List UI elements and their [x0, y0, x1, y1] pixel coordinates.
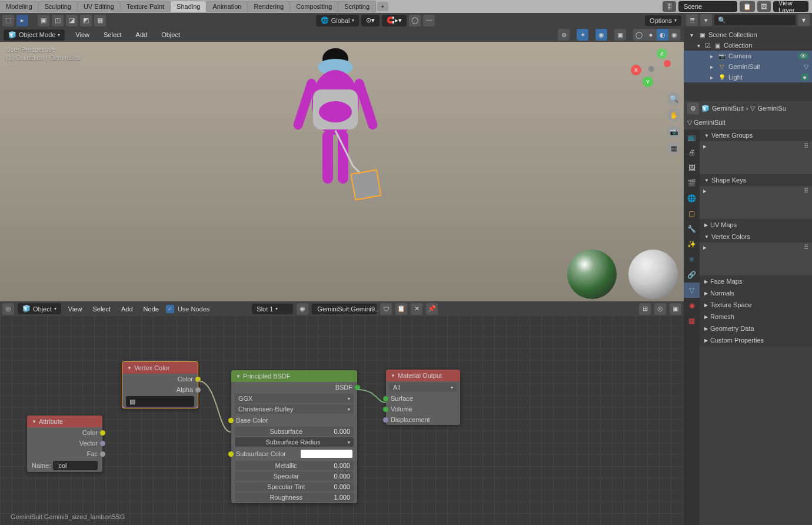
xray-button[interactable]: ▣: [614, 29, 626, 41]
cursor-tool-button[interactable]: ▸: [16, 15, 28, 26]
ptab-constraint-icon[interactable]: 🔗: [684, 267, 700, 283]
specular-field[interactable]: Specular0.000: [235, 471, 354, 481]
subsurface-color-swatch[interactable]: [301, 450, 352, 458]
panel-geometry-data[interactable]: ▶Geometry Data: [700, 323, 812, 334]
gizmo-neg-axis[interactable]: [664, 60, 671, 67]
panel-shape-keys[interactable]: ▼Shape Keys: [700, 174, 812, 186]
pan-icon[interactable]: ✋: [667, 109, 680, 122]
panel-vertex-colors[interactable]: ▼Vertex Colors: [700, 231, 812, 242]
node-select-menu[interactable]: Select: [89, 304, 114, 314]
outliner-tree[interactable]: ▾▣Scene Collection ▾☑▣Collection ▸📷Camer…: [684, 27, 812, 85]
shading-matprev-button[interactable]: ◐: [657, 29, 668, 41]
tab-modeling[interactable]: Modeling: [0, 1, 39, 12]
editor-type-button[interactable]: ⬚: [2, 15, 14, 26]
ptab-object-icon[interactable]: ▢: [684, 206, 700, 221]
3d-viewport[interactable]: ⬚ ▸ ▣ ◫ ◪ ◩ ▦ 🌐Global▾ ⊙▾ 🧲▸▾ ◯ 〰 Option…: [0, 13, 684, 301]
output-target-dropdown[interactable]: All▾: [390, 383, 457, 392]
select-tool3-icon[interactable]: ◩: [80, 15, 92, 26]
select-tool-icon[interactable]: ◫: [52, 15, 64, 26]
panel-texture-space[interactable]: ▶Texture Space: [700, 299, 812, 311]
material-shield-icon[interactable]: 🛡: [380, 303, 392, 315]
tab-sculpting[interactable]: Sculpting: [38, 1, 78, 12]
gizmo-y-axis[interactable]: Y: [643, 77, 653, 87]
ptab-viewlayer-icon[interactable]: 🖼: [684, 160, 700, 175]
properties-editor-type[interactable]: ⚙: [687, 102, 699, 114]
options-dropdown[interactable]: Options▾: [645, 15, 681, 26]
camera-view-icon[interactable]: 📷: [667, 125, 680, 138]
tab-shading[interactable]: Shading: [170, 1, 207, 12]
scene-name-field[interactable]: Scene: [678, 1, 737, 12]
metallic-field[interactable]: Metallic0.000: [235, 461, 354, 470]
tab-uv-editing[interactable]: UV Editing: [77, 1, 121, 12]
outliner-search[interactable]: 🔍: [714, 15, 796, 25]
shading-rendered-button[interactable]: ◉: [668, 29, 680, 41]
shading-wireframe-button[interactable]: ◯: [633, 29, 645, 41]
gizmo-button[interactable]: ✦: [577, 29, 588, 41]
gizmo-z-axis[interactable]: Z: [657, 48, 667, 59]
outliner-light[interactable]: Light: [728, 74, 743, 81]
ptab-world-icon[interactable]: 🌐: [684, 191, 700, 206]
scene-collection-label[interactable]: Scene Collection: [708, 31, 757, 38]
breadcrumb-mesh[interactable]: GeminiSu: [757, 105, 786, 112]
ptab-texture-icon[interactable]: ▦: [684, 313, 700, 328]
ptab-render-icon[interactable]: 📺: [684, 129, 700, 145]
material-pin-icon[interactable]: 📌: [426, 303, 438, 315]
scene-browse-button[interactable]: 🎛: [663, 1, 676, 12]
node-overlay1-icon[interactable]: ⊞: [639, 303, 651, 315]
overlays-button[interactable]: ⊕: [558, 29, 570, 41]
add-menu[interactable]: Add: [132, 29, 151, 40]
tab-scripting[interactable]: Scripting: [338, 1, 376, 12]
outliner-display-button[interactable]: ▾: [700, 14, 712, 26]
gizmo-x-axis[interactable]: X: [631, 65, 641, 75]
material-close-icon[interactable]: ✕: [411, 303, 422, 315]
node-attribute[interactable]: ▼Attribute Color Vector Fac Name:col: [27, 416, 102, 472]
object-name-field[interactable]: GeminiSuit: [694, 119, 726, 126]
breadcrumb-object[interactable]: GeminiSuit: [712, 105, 744, 112]
ptab-physics-icon[interactable]: ⚛: [684, 252, 700, 267]
vertex-color-field[interactable]: ▤: [126, 396, 194, 407]
node-overlay2-icon[interactable]: ◎: [654, 303, 666, 315]
hdri-preview-sphere[interactable]: [567, 250, 617, 299]
tab-rendering[interactable]: Rendering: [247, 1, 290, 12]
distribution-dropdown[interactable]: GGX▾: [235, 394, 354, 403]
view-menu[interactable]: View: [72, 29, 93, 40]
proportional-edit-button[interactable]: ◯: [409, 15, 421, 26]
subsurface-radius-field[interactable]: Subsurface Radius▾: [235, 437, 354, 447]
node-principled-bsdf[interactable]: ▼Principled BSDF BSDF GGX▾ Christensen-B…: [231, 370, 357, 503]
tab-compositing[interactable]: Compositing: [289, 1, 338, 12]
shader-node-editor[interactable]: ◎ 🧊Object▾ View Select Add Node ✓ Use No…: [0, 301, 684, 525]
material-copy-icon[interactable]: 📋: [395, 303, 407, 315]
viewlayer-name-field[interactable]: View Layer: [773, 1, 808, 12]
perspective-icon[interactable]: ▦: [667, 142, 680, 155]
panel-remesh[interactable]: ▶Remesh: [700, 311, 812, 323]
add-workspace-button[interactable]: +: [377, 2, 388, 11]
snap-dropdown[interactable]: 🧲▸▾: [382, 15, 407, 26]
roughness-field[interactable]: Roughness1.000: [235, 493, 354, 502]
select-box-icon[interactable]: ▣: [38, 15, 49, 26]
object-menu[interactable]: Object: [158, 29, 184, 40]
specular-tint-field[interactable]: Specular Tint0.000: [235, 482, 354, 491]
scene-new-button[interactable]: 📋: [740, 1, 755, 12]
sss-method-dropdown[interactable]: Christensen-Burley▾: [235, 404, 354, 414]
material-preview-sphere[interactable]: [628, 250, 678, 299]
subsurface-field[interactable]: Subsurface0.000: [235, 427, 354, 436]
outliner-filter-button[interactable]: ▼: [798, 14, 810, 26]
panel-custom-properties[interactable]: ▶Custom Properties: [700, 334, 812, 346]
mode-dropdown[interactable]: 🧊Object Mode▾: [4, 29, 65, 41]
panel-vertex-groups[interactable]: ▼Vertex Groups: [700, 129, 812, 141]
attribute-name-field[interactable]: col: [53, 461, 98, 470]
ptab-particles-icon[interactable]: ✨: [684, 237, 700, 252]
node-view-menu[interactable]: View: [65, 304, 86, 314]
node-overlay3-icon[interactable]: ▣: [670, 303, 681, 315]
proportional-falloff-button[interactable]: 〰: [423, 15, 435, 26]
node-vertex-color[interactable]: ▼Vertex Color Color Alpha ▤: [122, 361, 198, 408]
ptab-modifier-icon[interactable]: 🔧: [684, 221, 700, 237]
select-tool4-icon[interactable]: ▦: [94, 15, 106, 26]
properties-panel-body[interactable]: ▼Vertex Groups ▸⠿ ▼Shape Keys ▸⠿ ▶UV Map…: [700, 129, 812, 525]
panel-uv-maps[interactable]: ▶UV Maps: [700, 219, 812, 231]
material-browse-button[interactable]: ◉: [297, 303, 308, 315]
node-editor-type-button[interactable]: ◎: [2, 303, 14, 315]
zoom-icon[interactable]: 🔍: [667, 92, 680, 105]
pivot-dropdown[interactable]: ⊙▾: [361, 15, 380, 26]
slot-dropdown[interactable]: Slot 1▾: [252, 304, 293, 314]
